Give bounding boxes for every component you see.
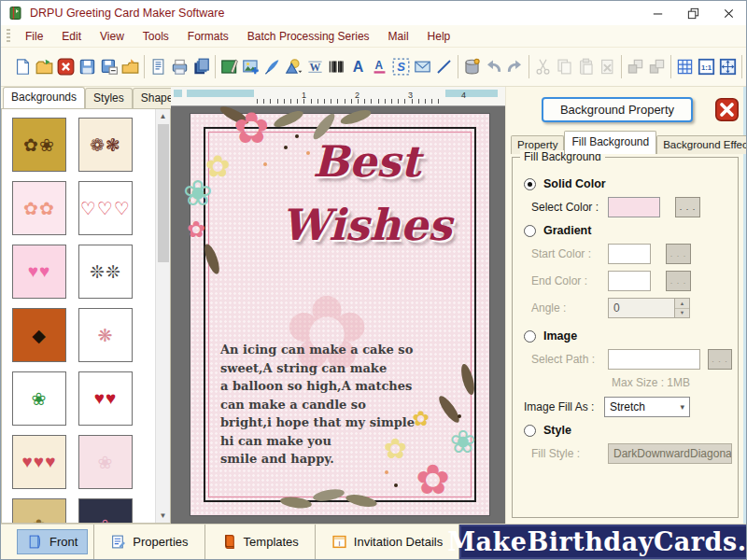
open-file-button[interactable] [34, 54, 55, 79]
wedding-figures-background[interactable]: ❊❊ [78, 245, 133, 299]
save-as-button[interactable] [98, 54, 120, 79]
background-property-button[interactable]: Background Property [542, 97, 693, 122]
left-scrollbar[interactable]: ▲ ▼ [155, 109, 170, 523]
feather-pen-button[interactable] [261, 54, 283, 79]
fit-screen-button[interactable] [717, 54, 739, 79]
card-title[interactable]: Best Wishes [257, 140, 476, 246]
solid-color-radio[interactable] [524, 178, 536, 190]
card-message[interactable]: An icing can make a cake sosweet,A strin… [220, 341, 456, 469]
menu-view[interactable]: View [91, 27, 134, 46]
close-button[interactable] [711, 1, 746, 25]
end-color-label: End Color : [531, 274, 608, 287]
spinner-up-icon[interactable]: ▲ [675, 299, 689, 309]
new-document-icon [14, 58, 32, 76]
mail-button[interactable] [412, 54, 433, 79]
delete-button [597, 54, 618, 79]
redo-button[interactable] [504, 54, 526, 79]
line-tool-button[interactable] [433, 54, 455, 79]
menu-edit[interactable]: Edit [52, 27, 91, 46]
image-radio[interactable] [524, 330, 536, 343]
promo-banner[interactable]: MakeBirthdayCards.net [459, 525, 747, 559]
menu-tools[interactable]: Tools [134, 27, 178, 46]
rose-petals-background[interactable]: ♥♥ [78, 371, 133, 426]
toolbar-separator [529, 55, 529, 78]
print-preview-button[interactable] [148, 54, 169, 79]
tab-styles[interactable]: Styles [85, 88, 133, 108]
design-canvas[interactable]: 12345 [171, 87, 505, 524]
gold-floral-background[interactable]: ✿❀ [12, 118, 66, 172]
actual-size-button[interactable]: 1:1 [696, 54, 717, 79]
watermark-button[interactable]: W [304, 54, 326, 79]
minimize-button[interactable] [640, 1, 675, 25]
solid-color-label: Solid Color [543, 177, 606, 190]
view-front[interactable]: Front [17, 529, 88, 554]
end-color-input[interactable] [608, 271, 651, 291]
card-stack-button[interactable] [190, 54, 212, 79]
open-folder-button[interactable] [120, 54, 141, 79]
svg-text:S: S [397, 60, 405, 74]
image-fill-as-select[interactable]: Stretch ▾ [604, 397, 690, 417]
toolbar-separator [741, 55, 742, 78]
new-document-button[interactable] [12, 54, 34, 79]
text-tool-button[interactable]: A [347, 54, 369, 79]
pink-elephant-background[interactable]: ❋ [78, 308, 133, 362]
start-color-browse-button: . . . [666, 244, 691, 264]
scroll-down-icon[interactable]: ▼ [156, 509, 170, 523]
heart-outlines-background[interactable]: ♡♡♡ [78, 181, 133, 235]
pink-flower-background[interactable]: ✿✿ [12, 181, 66, 235]
grid-view-button[interactable] [674, 54, 696, 79]
menu-file[interactable]: File [16, 27, 52, 46]
print-button[interactable] [169, 54, 190, 79]
spinner-down-icon[interactable]: ▼ [675, 309, 689, 318]
angle-spinner[interactable]: 0 ▲ ▼ [608, 298, 690, 318]
view-invitation-details[interactable]: IInvitation Details [321, 529, 453, 554]
text-style-button[interactable]: A [369, 54, 390, 79]
menu-help[interactable]: Help [418, 27, 460, 46]
menu-mail[interactable]: Mail [379, 27, 418, 46]
view-templates[interactable]: Templates [211, 529, 309, 554]
barcode-button[interactable] [326, 54, 347, 79]
signature-button[interactable]: S [390, 54, 412, 79]
view-properties[interactable]: Properties [100, 529, 198, 554]
add-image-button[interactable] [240, 54, 261, 79]
panel-close-button[interactable] [715, 98, 739, 121]
watermark-icon: W [306, 58, 324, 76]
backgrounds-list: ✿❀❁❃✿✿♡♡♡♥♥❊❊◆❋❀♥♥♥♥♥❀✿❀ ▲ ▼ [1, 108, 171, 524]
tribal-elephant-background[interactable]: ◆ [12, 308, 66, 362]
card-message-line: smile and happy. [220, 450, 456, 469]
database-button[interactable] [461, 54, 483, 79]
leaf-elephant-background[interactable]: ❀ [12, 371, 66, 426]
paisley-background[interactable]: ❁❃ [78, 118, 133, 172]
menu-formats[interactable]: Formats [178, 27, 238, 46]
save-button[interactable] [77, 54, 98, 79]
scroll-segment-left[interactable] [187, 90, 254, 97]
close-file-icon [57, 58, 75, 76]
restore-button[interactable] [675, 1, 711, 25]
decorated-hearts-background[interactable]: ♥♥♥ [12, 435, 66, 489]
tab-backgrounds[interactable]: Backgrounds [3, 87, 85, 108]
edit-image-button[interactable] [218, 54, 240, 79]
shapes-tool-button[interactable] [283, 54, 304, 79]
gradient-radio[interactable] [524, 225, 536, 237]
gold-pattern-background[interactable]: ✿ [12, 498, 66, 523]
scrollbar-thumb[interactable] [158, 124, 169, 262]
pink-hearts-background[interactable]: ♥♥ [12, 245, 66, 299]
selected-color-swatch[interactable] [608, 197, 660, 217]
tab-fill-background[interactable]: Fill Background [564, 131, 656, 154]
scroll-up-icon[interactable]: ▲ [156, 109, 170, 123]
card-message-line: can make a candle so [220, 396, 456, 414]
undo-button[interactable] [483, 54, 504, 79]
menu-batch-processing-series[interactable]: Batch Processing Series [238, 27, 379, 46]
select-color-browse-button[interactable]: . . . [675, 197, 700, 217]
close-file-button[interactable] [55, 54, 77, 79]
pink-texture-background[interactable]: ❀ [78, 435, 133, 489]
select-path-input[interactable] [608, 349, 700, 370]
card-preview[interactable]: Best Wishes An icing can make a cake sos… [190, 114, 489, 515]
undo-icon [485, 58, 502, 76]
dark-floral-background[interactable]: ❀ [78, 498, 133, 523]
start-color-input[interactable] [608, 244, 651, 264]
scroll-segment-right[interactable] [445, 90, 498, 97]
style-radio[interactable] [524, 425, 536, 437]
end-color-browse-button: . . . [666, 271, 691, 291]
tab-background-effects[interactable]: Background Effects [656, 135, 747, 154]
